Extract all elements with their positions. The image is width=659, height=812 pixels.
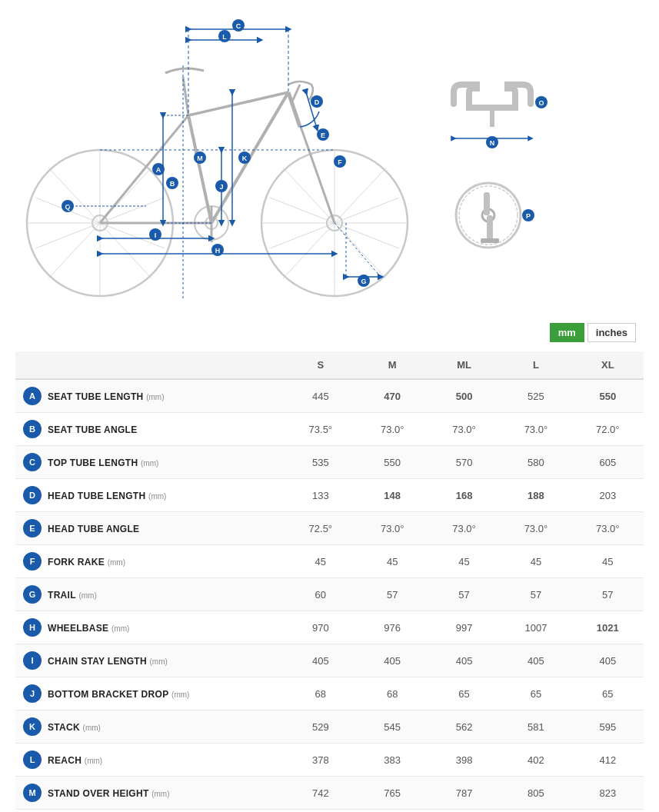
cell-m: 383 [357,744,428,777]
cell-s: 535 [285,446,356,479]
header-xl: XL [572,351,644,379]
spec-name: FORK RAKE (mm) [48,556,125,567]
cell-l: 580 [500,446,571,479]
diagram-area: C L A M B D [15,8,644,315]
cell-s: 400 [285,810,356,813]
cell-l: 57 [500,578,571,611]
spec-name: REACH (mm) [48,754,102,766]
label-cell: ICHAIN STAY LENGTH (mm) [15,644,285,677]
cell-xl: 1021 [572,611,644,644]
label-cell: CTOP TUBE LENGTH (mm) [15,446,285,479]
cell-ml: 570 [428,446,500,479]
inches-button[interactable]: inches [587,323,636,342]
cell-s: 529 [285,710,356,744]
spec-name: STACK (mm) [48,721,101,733]
svg-rect-0 [15,15,415,308]
header-ml: ML [428,351,500,379]
letter-badge: A [23,387,42,405]
table-row: BSEAT TUBE ANGLE 73.5°73.0°73.0°73.0°72.… [15,413,644,446]
page-container: C L A M B D [0,0,659,812]
cell-ml: 73.0° [428,413,500,446]
unit-toggle: mm inches [15,323,644,342]
svg-text:G: G [361,278,366,285]
spec-name: STAND OVER HEIGHT (mm) [48,787,170,799]
bike-diagram: C L A M B D [15,15,415,308]
cell-ml: 500 [428,379,500,413]
svg-rect-87 [487,215,493,240]
letter-badge: E [23,519,42,537]
cell-xl: 203 [572,479,644,512]
cell-s: 133 [285,479,356,512]
cell-xl: 595 [572,710,644,744]
letter-badge: D [23,486,42,504]
cell-ml: 997 [428,611,500,644]
svg-text:O: O [538,99,544,107]
svg-text:A: A [156,166,161,174]
svg-text:K: K [242,155,248,162]
cell-l: 65 [500,677,571,710]
cell-xl: 57 [572,578,644,611]
spec-name: SEAT TUBE ANGLE [48,424,138,435]
label-cell: KSTACK (mm) [15,710,285,744]
cell-ml: 787 [428,777,500,810]
cell-xl: 605 [572,446,644,479]
label-cell: JBOTTOM BRACKET DROP (mm) [15,677,285,710]
cell-ml: 168 [428,479,500,512]
cell-l: 440 [500,810,571,813]
letter-badge: C [23,453,42,471]
svg-text:H: H [215,247,221,255]
letter-badge: F [23,552,42,571]
table-row: HWHEELBASE (mm)97097699710071021 [15,611,644,644]
cell-m: 68 [357,677,428,710]
cell-xl: 405 [572,644,644,677]
table-row: GTRAIL (mm)6057575757 [15,578,644,611]
cell-l: 525 [500,379,571,413]
letter-badge: K [23,717,42,736]
table-row: ICHAIN STAY LENGTH (mm)405405405405405 [15,644,644,677]
table-row: FFORK RAKE (mm)4545454545 [15,545,644,578]
cell-m: 45 [357,545,428,578]
mm-button[interactable]: mm [550,323,584,342]
svg-text:P: P [526,212,531,220]
svg-text:N: N [490,139,495,147]
cell-m: 470 [357,379,428,413]
cell-m: 73.0° [357,512,428,545]
cell-xl: 72.0° [572,413,644,446]
cell-m: 765 [357,777,428,810]
cell-m: 976 [357,611,428,644]
handlebar-diagram: O N [431,65,554,158]
cell-s: 378 [285,744,356,777]
cell-m: 420 [357,810,428,813]
cell-ml: 405 [428,644,500,677]
letter-badge: I [23,651,42,670]
cell-s: 73.5° [285,413,356,446]
cell-xl: 550 [572,379,644,413]
cell-m: 57 [357,578,428,611]
cell-m: 405 [357,644,428,677]
cell-l: 73.0° [500,413,571,446]
letter-badge: B [23,420,42,438]
table-row: JBOTTOM BRACKET DROP (mm)6868656565 [15,677,644,710]
spec-name: WHEELBASE (mm) [48,622,129,634]
cell-l: 405 [500,644,571,677]
cell-xl: 440 [572,810,644,813]
svg-rect-89 [484,192,490,215]
svg-text:L: L [222,33,227,41]
cell-xl: 823 [572,777,644,810]
cell-l: 73.0° [500,512,571,545]
cell-ml: 57 [428,578,500,611]
spec-name: TRAIL (mm) [48,589,97,601]
label-cell: LREACH (mm) [15,744,285,777]
header-m: M [357,351,428,379]
cell-s: 60 [285,578,356,611]
cell-s: 445 [285,379,356,413]
cell-l: 402 [500,744,571,777]
svg-text:E: E [321,131,325,139]
cell-l: 188 [500,479,571,512]
cell-m: 545 [357,710,428,744]
cell-ml: 45 [428,545,500,578]
cell-s: 45 [285,545,356,578]
svg-text:D: D [315,98,320,106]
crank-diagram: P [442,173,542,258]
cell-s: 68 [285,677,356,710]
